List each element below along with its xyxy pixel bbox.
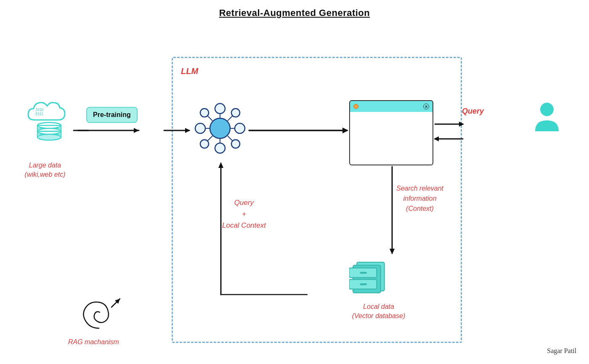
- author-label: Sagar Patil: [547, 347, 576, 355]
- large-data-label: Large data (wiki,web etc): [18, 161, 72, 180]
- svg-text:0101: 0101: [35, 112, 43, 116]
- svg-line-24: [207, 136, 212, 141]
- window-close-button: ✕: [423, 104, 429, 109]
- local-data-icon: [349, 255, 391, 298]
- window-titlebar: ✕: [349, 100, 433, 112]
- svg-marker-35: [134, 128, 139, 133]
- svg-rect-32: [360, 283, 366, 285]
- llm-window: ✕: [349, 100, 433, 165]
- svg-line-23: [228, 116, 233, 121]
- pretraining-label: Pre-training: [86, 107, 138, 123]
- svg-point-12: [195, 123, 205, 133]
- svg-line-25: [228, 136, 233, 141]
- svg-point-13: [235, 123, 245, 133]
- window-body: [349, 112, 433, 165]
- svg-point-8: [37, 134, 61, 140]
- page-title: Retrieval-Augmented Generation: [0, 0, 589, 19]
- svg-point-9: [210, 118, 230, 138]
- search-relevant-label: Search relevant information (Context): [386, 183, 454, 214]
- llm-label: LLM: [181, 66, 198, 76]
- query-label: Query: [462, 107, 484, 116]
- rag-mechanism-label: RAG machanism: [68, 338, 119, 346]
- neural-network-icon: [193, 101, 247, 157]
- query-context-label: Query + Local Context: [222, 197, 266, 231]
- local-data-label: Local data (Vector database): [337, 302, 421, 321]
- rag-swirl-icon: [74, 295, 124, 341]
- svg-rect-31: [360, 272, 366, 274]
- window-dot-orange: [353, 104, 358, 109]
- svg-text:1010: 1010: [35, 108, 43, 112]
- large-data-icon: 1010 0101: [26, 97, 72, 149]
- svg-line-22: [207, 116, 212, 121]
- svg-point-10: [215, 104, 225, 114]
- user-icon: [533, 101, 561, 136]
- svg-point-11: [215, 143, 225, 153]
- svg-point-26: [540, 103, 554, 116]
